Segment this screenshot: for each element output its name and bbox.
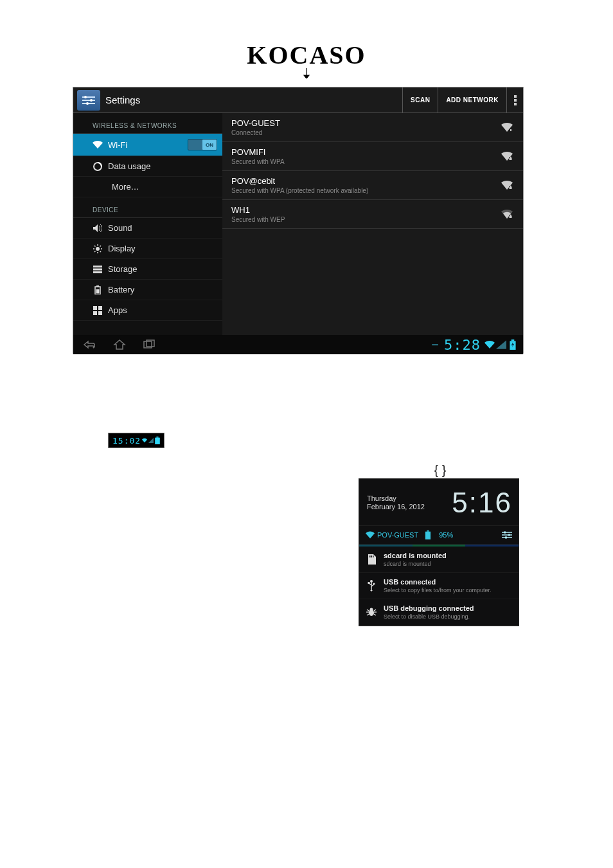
svg-line-62	[374, 614, 376, 615]
svg-rect-1	[82, 100, 95, 101]
pill-time: 15:02	[112, 436, 141, 446]
date-label: February 16, 2012	[367, 503, 425, 511]
home-button[interactable]	[108, 337, 131, 352]
svg-rect-21	[93, 271, 102, 273]
svg-rect-41	[425, 532, 431, 539]
status-pill: 15:02	[108, 433, 164, 448]
system-navbar: − 5:28	[73, 335, 523, 354]
network-text: POVMIFI Secured with WPA	[231, 147, 501, 165]
notification-sub: sdcard is mounted	[384, 561, 447, 567]
sidebar-item-label: Wi-Fi	[108, 140, 127, 150]
usb-icon	[366, 580, 377, 592]
sidebar-item-display[interactable]: Display	[73, 239, 222, 259]
minus-icon: −	[431, 338, 439, 352]
sidebar-item-storage[interactable]: Storage	[73, 259, 222, 280]
svg-line-15	[94, 246, 96, 247]
home-icon	[113, 339, 126, 350]
sidebar-item-battery[interactable]: Battery	[73, 280, 222, 300]
sidebar-item-label: Apps	[108, 305, 127, 315]
settings-sidebar: WIRELESS & NETWORKS Wi-Fi ON Data usage	[73, 113, 222, 335]
wifi-network-list: POV-GUEST Connected POVMIFI Secured with…	[222, 113, 523, 335]
action-bar: Settings SCAN ADD NETWORK	[73, 87, 523, 113]
sidebar-item-data-usage[interactable]: Data usage	[73, 156, 222, 177]
network-text: WH1 Secured with WEP	[231, 205, 501, 223]
svg-line-18	[100, 246, 102, 247]
svg-rect-30	[510, 129, 511, 131]
data-usage-icon	[91, 162, 104, 171]
battery-percent: 95%	[439, 531, 453, 539]
settings-app-icon	[77, 90, 100, 111]
back-button[interactable]	[78, 337, 102, 352]
svg-rect-49	[371, 556, 373, 557]
notification-text: USB connected Select to copy files to/fr…	[384, 578, 492, 593]
date-block: Thursday February 16, 2012	[367, 494, 425, 511]
add-network-button[interactable]: ADD NETWORK	[438, 87, 506, 113]
settings-body: WIRELESS & NETWORKS Wi-Fi ON Data usage	[73, 113, 523, 335]
wifi-signal-secured-icon	[501, 150, 513, 162]
svg-point-4	[90, 99, 93, 102]
svg-point-3	[84, 96, 87, 98]
svg-point-54	[373, 583, 375, 585]
svg-rect-36	[511, 339, 515, 341]
svg-point-56	[370, 608, 373, 611]
wifi-status-icon	[142, 437, 147, 444]
network-row[interactable]: POVMIFI Secured with WPA	[222, 142, 523, 171]
recent-apps-button[interactable]	[138, 337, 161, 352]
wifi-signal-secured-icon	[501, 208, 513, 220]
notification-item[interactable]: USB debugging connected Select to disabl…	[359, 599, 519, 626]
bug-icon	[366, 606, 377, 618]
wifi-toggle[interactable]: ON	[188, 139, 217, 150]
sidebar-item-label: Sound	[108, 223, 132, 233]
network-row[interactable]: POV-GUEST Connected	[222, 113, 523, 142]
big-time: 5:16	[452, 487, 512, 519]
sdcard-icon	[366, 554, 377, 565]
notification-title: sdcard is mounted	[384, 552, 447, 559]
sidebar-item-sound[interactable]: Sound	[73, 218, 222, 239]
storage-icon	[91, 266, 104, 273]
svg-rect-20	[93, 268, 102, 270]
svg-rect-6	[514, 95, 517, 98]
color-divider	[359, 545, 519, 547]
network-ssid: POVMIFI	[231, 147, 501, 157]
notification-item[interactable]: sdcard is mounted sdcard is mounted	[359, 547, 519, 573]
wifi-toggle-knob: ON	[202, 140, 217, 150]
svg-rect-47	[505, 537, 507, 539]
svg-rect-7	[514, 99, 517, 102]
settings-sliders-icon[interactable]	[502, 530, 512, 540]
recent-apps-icon	[142, 339, 156, 350]
svg-rect-19	[93, 266, 102, 267]
navbar-clock[interactable]: 5:28	[444, 337, 481, 353]
sidebar-item-apps[interactable]: Apps	[73, 300, 222, 321]
battery-status-icon	[423, 530, 432, 539]
svg-rect-25	[93, 306, 97, 310]
scan-button[interactable]: SCAN	[402, 87, 438, 113]
sidebar-item-wifi[interactable]: Wi-Fi ON	[73, 134, 222, 156]
braces-label: { }	[360, 463, 520, 478]
svg-rect-40	[427, 530, 429, 532]
wifi-signal-icon	[501, 122, 513, 133]
quick-status-row[interactable]: POV-GUEST 95%	[359, 525, 519, 545]
network-sub: Secured with WPA	[231, 158, 501, 165]
sidebar-header-device: DEVICE	[73, 197, 222, 218]
notification-item[interactable]: USB connected Select to copy files to/fr…	[359, 573, 519, 599]
notification-panel: Thursday February 16, 2012 5:16 POV-GUES…	[359, 478, 519, 626]
svg-line-17	[94, 251, 96, 252]
overflow-menu-button[interactable]	[506, 87, 523, 113]
day-label: Thursday	[367, 494, 425, 503]
svg-rect-48	[369, 556, 371, 557]
sidebar-item-label: Storage	[108, 264, 138, 274]
sidebar-item-more[interactable]: More…	[73, 177, 222, 197]
svg-rect-26	[98, 306, 102, 310]
notification-text: sdcard is mounted sdcard is mounted	[384, 552, 447, 567]
svg-rect-24	[96, 289, 100, 294]
battery-status-icon	[508, 339, 518, 350]
svg-rect-38	[156, 437, 158, 438]
network-row[interactable]: POV@cebit Secured with WPA (protected ne…	[222, 171, 523, 200]
battery-status-icon	[155, 437, 160, 444]
sidebar-header-wireless: WIRELESS & NETWORKS	[73, 113, 222, 134]
network-row[interactable]: WH1 Secured with WEP	[222, 200, 523, 229]
network-text: POV-GUEST Connected	[231, 118, 501, 136]
battery-icon	[91, 285, 104, 294]
back-icon	[83, 339, 97, 350]
notification-sub: Select to copy files to/from your comput…	[384, 587, 492, 593]
